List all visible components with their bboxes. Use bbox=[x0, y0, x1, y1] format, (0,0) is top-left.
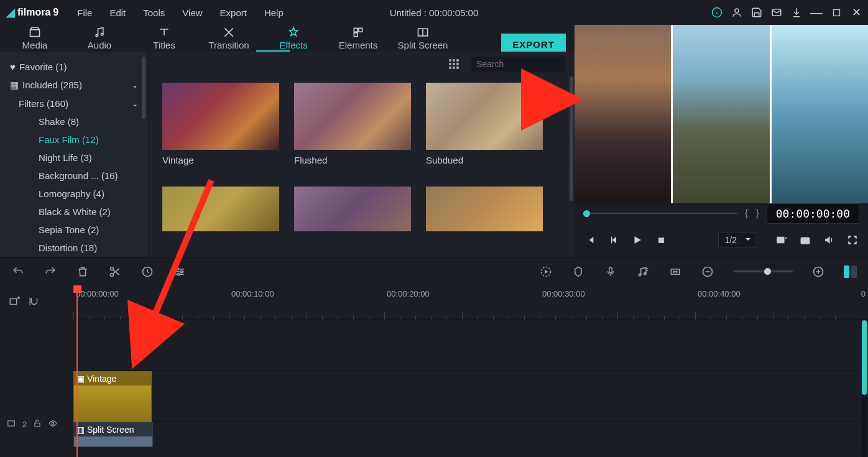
step-back-button[interactable] bbox=[607, 233, 621, 247]
search-input[interactable] bbox=[471, 57, 565, 72]
voiceover-button[interactable] bbox=[604, 265, 617, 279]
sidebar-item-bw[interactable]: Black & White (2) bbox=[0, 203, 148, 221]
menu-edit[interactable]: Edit bbox=[102, 4, 133, 22]
zoom-in-button[interactable] bbox=[811, 265, 825, 279]
menu-export[interactable]: Export bbox=[213, 4, 254, 22]
effect-thumb-vintage[interactable]: Vintage bbox=[162, 83, 279, 165]
track-icon bbox=[6, 419, 16, 430]
effect-thumb-5[interactable] bbox=[294, 187, 411, 231]
lock-icon[interactable] bbox=[33, 419, 42, 430]
zoom-out-button[interactable] bbox=[701, 265, 714, 279]
effects-sidebar: ♥Favorite (1) ▦Included (285)⌄ Filters (… bbox=[0, 52, 148, 257]
snapshot-icon[interactable] bbox=[798, 233, 812, 247]
effect-thumb-6[interactable] bbox=[426, 187, 543, 231]
preview-scale-select[interactable]: 1/2 bbox=[718, 232, 756, 248]
seek-slider[interactable] bbox=[583, 213, 737, 214]
adjust-button[interactable] bbox=[173, 265, 187, 279]
svg-rect-40 bbox=[10, 299, 17, 305]
magnet-button[interactable] bbox=[29, 296, 40, 310]
chevron-down-icon: ⌄ bbox=[132, 81, 138, 90]
fullscreen-icon[interactable] bbox=[846, 233, 859, 247]
effect-thumb-subdued[interactable]: Subdued bbox=[426, 83, 543, 165]
playhead[interactable] bbox=[76, 285, 78, 457]
zoom-slider[interactable] bbox=[733, 270, 793, 272]
track-effects[interactable]: ▣Vintage bbox=[73, 371, 868, 422]
delete-button[interactable] bbox=[76, 265, 90, 279]
tab-audio[interactable]: Audio bbox=[67, 26, 132, 50]
chevron-down-icon: ⌄ bbox=[132, 99, 138, 108]
effect-thumb-flushed[interactable]: Flushed bbox=[294, 83, 411, 165]
timeline-scrollbar[interactable] bbox=[862, 320, 867, 395]
save-icon[interactable] bbox=[751, 7, 762, 18]
prev-frame-button[interactable] bbox=[583, 233, 597, 247]
sidebar-scrollbar[interactable] bbox=[142, 57, 145, 119]
fit-button[interactable] bbox=[668, 265, 682, 279]
svg-point-18 bbox=[804, 239, 807, 242]
tab-effects[interactable]: Effects bbox=[261, 26, 326, 50]
tab-media[interactable]: Media bbox=[2, 26, 67, 50]
close-icon[interactable]: ✕ bbox=[851, 7, 862, 18]
svg-rect-10 bbox=[354, 33, 358, 37]
timecode-display: 00:00:00:00 bbox=[767, 203, 859, 224]
menu-file[interactable]: File bbox=[70, 4, 99, 22]
info-icon[interactable] bbox=[711, 7, 723, 18]
sidebar-item-lomography[interactable]: Lomography (4) bbox=[0, 185, 148, 203]
menu-view[interactable]: View bbox=[175, 4, 210, 22]
marker-button[interactable] bbox=[571, 265, 585, 279]
timeline-ruler[interactable]: 00:00:00:00 00:00:10:00 00:00:20:00 00:0… bbox=[73, 285, 868, 320]
minimize-icon[interactable]: — bbox=[811, 7, 822, 18]
speed-button[interactable] bbox=[141, 265, 154, 279]
sidebar-item-distortion[interactable]: Distortion (18) bbox=[0, 239, 148, 257]
tab-transition[interactable]: Transition bbox=[196, 26, 261, 50]
grid-scrollbar[interactable] bbox=[570, 76, 573, 201]
download-icon[interactable] bbox=[791, 7, 802, 18]
svg-rect-45 bbox=[35, 423, 40, 426]
sidebar-item-sepia[interactable]: Sepia Tone (2) bbox=[0, 221, 148, 239]
add-track-button[interactable] bbox=[9, 296, 20, 310]
grid-view-icon[interactable] bbox=[449, 59, 461, 69]
mark-in-icon[interactable]: { bbox=[745, 208, 748, 219]
tab-split-screen[interactable]: Split Screen bbox=[390, 26, 455, 50]
sidebar-included[interactable]: ▦Included (285)⌄ bbox=[0, 76, 148, 95]
render-button[interactable] bbox=[539, 265, 553, 279]
sidebar-item-night-life[interactable]: Night Life (3) bbox=[0, 149, 148, 167]
sidebar-item-faux-film[interactable]: Faux Film (12) bbox=[0, 131, 148, 149]
document-title: Untitled : 00:00:05:00 bbox=[390, 7, 479, 18]
menu-tools[interactable]: Tools bbox=[136, 4, 172, 22]
eye-icon[interactable] bbox=[48, 419, 58, 430]
preview-viewport[interactable] bbox=[575, 25, 868, 203]
stop-button[interactable] bbox=[654, 233, 668, 247]
track-number: 2 bbox=[22, 420, 27, 429]
audio-mixer-button[interactable] bbox=[636, 265, 650, 279]
svg-point-3 bbox=[735, 9, 739, 12]
clip-split-screen[interactable]: ▥Split Screen bbox=[73, 422, 153, 447]
menu-help[interactable]: Help bbox=[257, 4, 291, 22]
svg-point-31 bbox=[644, 272, 646, 274]
play-button[interactable] bbox=[630, 233, 644, 247]
split-button[interactable] bbox=[108, 265, 122, 279]
timeline-toolbar bbox=[0, 257, 868, 285]
svg-rect-15 bbox=[658, 238, 664, 243]
maximize-icon[interactable] bbox=[831, 7, 842, 18]
clip-vintage-effect[interactable]: ▣Vintage bbox=[73, 371, 152, 422]
sidebar-filters[interactable]: Filters (160)⌄ bbox=[0, 95, 148, 113]
sidebar-item-background[interactable]: Background ... (16) bbox=[0, 167, 148, 185]
track-empty[interactable] bbox=[73, 320, 868, 371]
sidebar-item-shake[interactable]: Shake (8) bbox=[0, 113, 148, 131]
tab-titles[interactable]: Titles bbox=[132, 26, 196, 50]
tab-elements[interactable]: Elements bbox=[326, 26, 390, 50]
svg-point-30 bbox=[639, 274, 640, 275]
mail-icon[interactable] bbox=[771, 7, 782, 18]
track-video[interactable]: ▥Split Screen bbox=[73, 422, 868, 453]
account-icon[interactable] bbox=[731, 7, 742, 18]
undo-button[interactable] bbox=[11, 265, 25, 279]
mark-out-icon[interactable]: } bbox=[755, 208, 759, 219]
volume-icon[interactable] bbox=[822, 233, 836, 247]
quality-icon[interactable] bbox=[775, 233, 788, 247]
sidebar-favorite[interactable]: ♥Favorite (1) bbox=[0, 58, 148, 76]
effect-thumb-4[interactable] bbox=[162, 187, 279, 231]
timeline-view-toggle[interactable] bbox=[844, 265, 857, 278]
track-header[interactable]: 2 bbox=[0, 391, 73, 457]
svg-point-27 bbox=[178, 273, 180, 275]
redo-button[interactable] bbox=[44, 265, 57, 279]
